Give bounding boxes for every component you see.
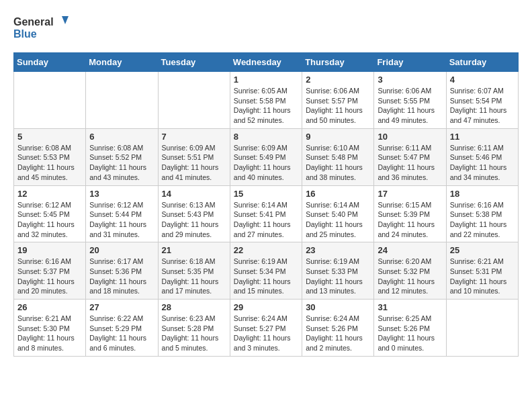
- calendar-cell: 4Sunrise: 6:07 AM Sunset: 5:54 PM Daylig…: [446, 72, 518, 129]
- day-number: 27: [89, 302, 154, 312]
- calendar-week-row: 1Sunrise: 6:05 AM Sunset: 5:58 PM Daylig…: [14, 72, 519, 129]
- calendar-week-row: 12Sunrise: 6:12 AM Sunset: 5:45 PM Dayli…: [14, 185, 519, 242]
- calendar-cell: 26Sunrise: 6:21 AM Sunset: 5:30 PM Dayli…: [14, 300, 86, 357]
- calendar-cell: [158, 72, 230, 129]
- day-info: Sunrise: 6:12 AM Sunset: 5:44 PM Dayligh…: [89, 200, 154, 240]
- calendar-cell: 30Sunrise: 6:24 AM Sunset: 5:26 PM Dayli…: [302, 300, 374, 357]
- day-info: Sunrise: 6:06 AM Sunset: 5:55 PM Dayligh…: [378, 86, 442, 126]
- day-info: Sunrise: 6:09 AM Sunset: 5:49 PM Dayligh…: [234, 143, 298, 183]
- calendar-week-row: 26Sunrise: 6:21 AM Sunset: 5:30 PM Dayli…: [14, 300, 519, 357]
- calendar-cell: 29Sunrise: 6:24 AM Sunset: 5:27 PM Dayli…: [230, 300, 302, 357]
- calendar-cell: 19Sunrise: 6:16 AM Sunset: 5:37 PM Dayli…: [14, 242, 86, 300]
- weekday-header: Wednesday: [230, 53, 302, 72]
- day-number: 23: [306, 245, 370, 255]
- day-number: 13: [89, 189, 154, 199]
- day-info: Sunrise: 6:25 AM Sunset: 5:26 PM Dayligh…: [378, 314, 442, 353]
- calendar-cell: 21Sunrise: 6:18 AM Sunset: 5:35 PM Dayli…: [158, 242, 230, 300]
- day-info: Sunrise: 6:08 AM Sunset: 5:53 PM Dayligh…: [17, 143, 82, 183]
- calendar-cell: 25Sunrise: 6:21 AM Sunset: 5:31 PM Dayli…: [446, 242, 518, 300]
- weekday-header: Tuesday: [158, 53, 230, 72]
- calendar-cell: 23Sunrise: 6:19 AM Sunset: 5:33 PM Dayli…: [302, 242, 374, 300]
- calendar-week-row: 5Sunrise: 6:08 AM Sunset: 5:53 PM Daylig…: [14, 128, 519, 185]
- logo: GeneralBlue: [13, 13, 71, 42]
- day-info: Sunrise: 6:21 AM Sunset: 5:31 PM Dayligh…: [450, 257, 515, 296]
- day-number: 22: [234, 245, 298, 255]
- day-info: Sunrise: 6:20 AM Sunset: 5:32 PM Dayligh…: [378, 257, 442, 296]
- day-number: 17: [378, 189, 442, 199]
- svg-text:Blue: Blue: [13, 28, 37, 40]
- page-header: GeneralBlue: [13, 13, 519, 42]
- calendar-cell: 13Sunrise: 6:12 AM Sunset: 5:44 PM Dayli…: [86, 185, 158, 242]
- weekday-header: Saturday: [446, 53, 518, 72]
- calendar-cell: 24Sunrise: 6:20 AM Sunset: 5:32 PM Dayli…: [374, 242, 446, 300]
- day-info: Sunrise: 6:06 AM Sunset: 5:57 PM Dayligh…: [306, 86, 370, 126]
- day-number: 7: [162, 132, 226, 142]
- calendar-cell: 31Sunrise: 6:25 AM Sunset: 5:26 PM Dayli…: [374, 300, 446, 357]
- day-info: Sunrise: 6:24 AM Sunset: 5:26 PM Dayligh…: [306, 314, 370, 353]
- day-number: 16: [306, 189, 370, 199]
- calendar-cell: 17Sunrise: 6:15 AM Sunset: 5:39 PM Dayli…: [374, 185, 446, 242]
- calendar-cell: [446, 300, 518, 357]
- calendar-cell: 5Sunrise: 6:08 AM Sunset: 5:53 PM Daylig…: [14, 128, 86, 185]
- day-number: 19: [17, 245, 82, 255]
- day-number: 29: [234, 302, 298, 312]
- calendar-cell: 7Sunrise: 6:09 AM Sunset: 5:51 PM Daylig…: [158, 128, 230, 185]
- calendar-cell: 15Sunrise: 6:14 AM Sunset: 5:41 PM Dayli…: [230, 185, 302, 242]
- calendar-cell: 14Sunrise: 6:13 AM Sunset: 5:43 PM Dayli…: [158, 185, 230, 242]
- logo-svg: GeneralBlue: [13, 13, 71, 42]
- day-info: Sunrise: 6:18 AM Sunset: 5:35 PM Dayligh…: [162, 257, 226, 296]
- day-info: Sunrise: 6:16 AM Sunset: 5:37 PM Dayligh…: [17, 257, 82, 296]
- day-info: Sunrise: 6:19 AM Sunset: 5:34 PM Dayligh…: [234, 257, 298, 296]
- day-info: Sunrise: 6:16 AM Sunset: 5:38 PM Dayligh…: [450, 200, 515, 240]
- day-number: 5: [17, 132, 82, 142]
- weekday-header: Monday: [86, 53, 158, 72]
- weekday-header: Friday: [374, 53, 446, 72]
- day-info: Sunrise: 6:19 AM Sunset: 5:33 PM Dayligh…: [306, 257, 370, 296]
- calendar-cell: 28Sunrise: 6:23 AM Sunset: 5:28 PM Dayli…: [158, 300, 230, 357]
- day-info: Sunrise: 6:07 AM Sunset: 5:54 PM Dayligh…: [450, 86, 515, 126]
- day-number: 28: [162, 302, 226, 312]
- calendar: SundayMondayTuesdayWednesdayThursdayFrid…: [13, 52, 519, 357]
- day-number: 26: [17, 302, 82, 312]
- day-number: 24: [378, 245, 442, 255]
- day-number: 18: [450, 189, 515, 199]
- day-number: 10: [378, 132, 442, 142]
- day-number: 4: [450, 75, 515, 85]
- day-number: 2: [306, 75, 370, 85]
- calendar-cell: 22Sunrise: 6:19 AM Sunset: 5:34 PM Dayli…: [230, 242, 302, 300]
- day-info: Sunrise: 6:22 AM Sunset: 5:29 PM Dayligh…: [89, 314, 154, 353]
- day-info: Sunrise: 6:10 AM Sunset: 5:48 PM Dayligh…: [306, 143, 370, 183]
- weekday-header: Sunday: [14, 53, 86, 72]
- calendar-cell: 11Sunrise: 6:11 AM Sunset: 5:46 PM Dayli…: [446, 128, 518, 185]
- day-info: Sunrise: 6:21 AM Sunset: 5:30 PM Dayligh…: [17, 314, 82, 353]
- calendar-cell: 12Sunrise: 6:12 AM Sunset: 5:45 PM Dayli…: [14, 185, 86, 242]
- day-info: Sunrise: 6:23 AM Sunset: 5:28 PM Dayligh…: [162, 314, 226, 353]
- calendar-cell: 27Sunrise: 6:22 AM Sunset: 5:29 PM Dayli…: [86, 300, 158, 357]
- calendar-week-row: 19Sunrise: 6:16 AM Sunset: 5:37 PM Dayli…: [14, 242, 519, 300]
- day-number: 21: [162, 245, 226, 255]
- calendar-cell: [86, 72, 158, 129]
- calendar-cell: 9Sunrise: 6:10 AM Sunset: 5:48 PM Daylig…: [302, 128, 374, 185]
- day-number: 14: [162, 189, 226, 199]
- calendar-cell: 8Sunrise: 6:09 AM Sunset: 5:49 PM Daylig…: [230, 128, 302, 185]
- day-info: Sunrise: 6:24 AM Sunset: 5:27 PM Dayligh…: [234, 314, 298, 353]
- day-info: Sunrise: 6:05 AM Sunset: 5:58 PM Dayligh…: [234, 86, 298, 126]
- calendar-cell: 1Sunrise: 6:05 AM Sunset: 5:58 PM Daylig…: [230, 72, 302, 129]
- day-number: 25: [450, 245, 515, 255]
- calendar-cell: 10Sunrise: 6:11 AM Sunset: 5:47 PM Dayli…: [374, 128, 446, 185]
- weekday-header: Thursday: [302, 53, 374, 72]
- calendar-cell: 16Sunrise: 6:14 AM Sunset: 5:40 PM Dayli…: [302, 185, 374, 242]
- day-number: 31: [378, 302, 442, 312]
- day-info: Sunrise: 6:14 AM Sunset: 5:41 PM Dayligh…: [234, 200, 298, 240]
- day-number: 9: [306, 132, 370, 142]
- day-info: Sunrise: 6:14 AM Sunset: 5:40 PM Dayligh…: [306, 200, 370, 240]
- day-info: Sunrise: 6:17 AM Sunset: 5:36 PM Dayligh…: [89, 257, 154, 296]
- calendar-cell: [14, 72, 86, 129]
- svg-text:General: General: [13, 16, 54, 28]
- day-number: 20: [89, 245, 154, 255]
- day-number: 1: [234, 75, 298, 85]
- day-info: Sunrise: 6:09 AM Sunset: 5:51 PM Dayligh…: [162, 143, 226, 183]
- day-info: Sunrise: 6:15 AM Sunset: 5:39 PM Dayligh…: [378, 200, 442, 240]
- day-number: 3: [378, 75, 442, 85]
- day-number: 6: [89, 132, 154, 142]
